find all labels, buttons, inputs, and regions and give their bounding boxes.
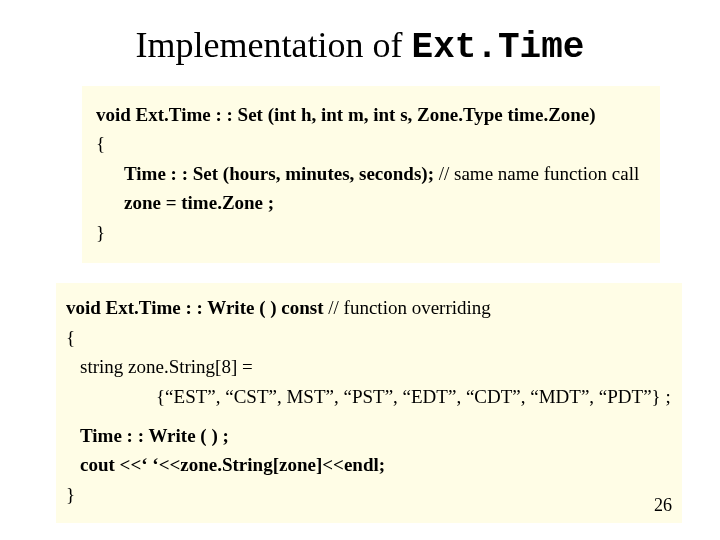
code-text: void Ext.Time : : Set (int h, int m, int… xyxy=(96,104,596,125)
slide-title: Implementation of Ext.Time xyxy=(0,0,720,86)
code-line: } xyxy=(66,480,672,509)
brace-open: { xyxy=(96,133,105,154)
code-comment: // same name function call xyxy=(434,163,639,184)
code-text: void Ext.Time : : Write ( ) const xyxy=(66,297,324,318)
code-line: { xyxy=(66,323,672,352)
page-number: 26 xyxy=(654,495,672,516)
code-line: void Ext.Time : : Write ( ) const // fun… xyxy=(66,293,672,322)
code-text: cout <<‘ ‘<<zone.String[zone]<<endl; xyxy=(80,454,385,475)
code-text: Time : : Write ( ) ; xyxy=(80,425,229,446)
code-line: Time : : Write ( ) ; xyxy=(66,421,672,450)
code-text: zone = time.Zone ; xyxy=(124,192,274,213)
code-line: Time : : Set (hours, minutes, seconds); … xyxy=(96,159,646,188)
code-comment: // function overriding xyxy=(324,297,491,318)
title-mono-part: Ext.Time xyxy=(412,27,585,68)
code-box-write: void Ext.Time : : Write ( ) const // fun… xyxy=(56,283,682,523)
code-line: cout <<‘ ‘<<zone.String[zone]<<endl; xyxy=(66,450,672,479)
code-line: {“EST”, “CST”, MST”, “PST”, “EDT”, “CDT”… xyxy=(66,382,672,411)
code-line: void Ext.Time : : Set (int h, int m, int… xyxy=(96,100,646,129)
code-text: Time : : Set (hours, minutes, seconds); xyxy=(124,163,434,184)
brace-close: } xyxy=(66,484,75,505)
code-line: zone = time.Zone ; xyxy=(96,188,646,217)
code-line: { xyxy=(96,129,646,158)
code-text: string zone.String[8] = xyxy=(80,356,253,377)
slide-root: Implementation of Ext.Time void Ext.Time… xyxy=(0,0,720,540)
code-text: {“EST”, “CST”, MST”, “PST”, “EDT”, “CDT”… xyxy=(156,386,671,407)
code-line: string zone.String[8] = xyxy=(66,352,672,381)
code-box-set: void Ext.Time : : Set (int h, int m, int… xyxy=(82,86,660,263)
brace-close: } xyxy=(96,222,105,243)
title-serif-part: Implementation of xyxy=(136,25,412,65)
spacer xyxy=(66,411,672,421)
brace-open: { xyxy=(66,327,75,348)
code-line: } xyxy=(96,218,646,247)
